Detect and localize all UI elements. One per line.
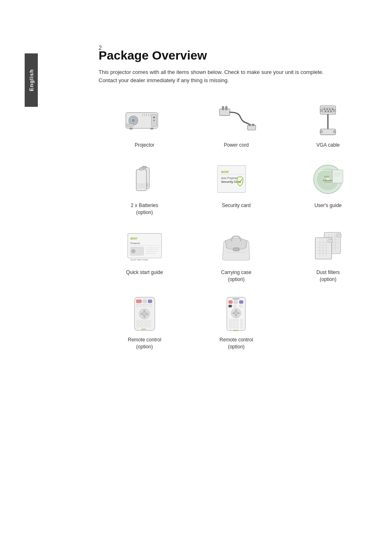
carrying-case-label: Carrying case(option) (221, 269, 251, 283)
vga-cable-image (303, 101, 353, 138)
sidebar-tab-label: English (28, 69, 35, 91)
svg-rect-20 (252, 124, 254, 126)
svg-rect-39 (139, 168, 143, 170)
remote1-label: Remote control(option) (128, 336, 161, 350)
svg-point-138 (233, 326, 235, 328)
svg-rect-15 (219, 109, 230, 115)
svg-text:acer: acer (141, 328, 146, 330)
svg-rect-13 (150, 128, 153, 130)
svg-point-11 (153, 120, 155, 121)
svg-point-10 (153, 117, 155, 118)
svg-text:acer: acer (233, 329, 238, 332)
vga-cable-label: VGA cable (316, 142, 340, 149)
svg-point-124 (234, 311, 238, 315)
remote2-image: acer (212, 295, 261, 332)
svg-point-109 (148, 320, 150, 323)
svg-point-23 (324, 109, 325, 110)
quick-start-image: acer Projector Quick Start Guide (120, 228, 169, 265)
description: This projector comes with all the items … (99, 68, 337, 84)
quick-start-label: Quick start guide (126, 269, 163, 276)
carrying-case-image (212, 228, 261, 265)
svg-point-27 (325, 111, 326, 112)
svg-point-111 (140, 324, 143, 327)
dust-filters-label: Dust filters(option) (316, 269, 340, 283)
item-projector: Projector (99, 97, 190, 157)
svg-rect-96 (148, 300, 152, 303)
svg-point-33 (320, 131, 323, 133)
svg-text:Acer Projector: Acer Projector (221, 177, 238, 180)
svg-point-31 (333, 109, 336, 112)
svg-rect-120 (229, 305, 232, 307)
svg-point-134 (233, 322, 235, 325)
svg-point-113 (148, 324, 150, 327)
svg-text:acer: acer (324, 175, 330, 178)
svg-point-112 (144, 324, 147, 327)
item-remote-2: acer Remote control(option) (190, 291, 282, 359)
svg-rect-55 (332, 170, 343, 183)
item-security-card: acer Acer Projector Security Card Securi… (190, 157, 282, 224)
svg-rect-97 (136, 304, 141, 306)
main-content: Package Overview This projector comes wi… (99, 48, 374, 359)
svg-rect-22 (322, 108, 334, 112)
page-title: Package Overview (99, 48, 374, 62)
item-batteries: 2 x Batteries(option) (99, 157, 190, 224)
svg-point-136 (240, 322, 243, 325)
security-card-image: acer Acer Projector Security Card (212, 161, 261, 198)
svg-rect-117 (229, 301, 233, 304)
remote2-label: Remote control(option) (219, 336, 253, 350)
svg-rect-12 (129, 128, 132, 130)
item-dust-filters: Dust filters(option) (282, 224, 374, 291)
svg-rect-74 (337, 234, 341, 237)
svg-point-34 (333, 131, 336, 133)
items-grid: Projector Power cord (99, 97, 374, 359)
item-quick-start: acer Projector Quick Start Guide Quick s… (99, 224, 190, 291)
svg-point-106 (136, 320, 139, 323)
svg-rect-118 (234, 301, 238, 304)
svg-rect-99 (148, 304, 152, 306)
svg-point-64 (131, 249, 135, 253)
svg-rect-17 (226, 106, 228, 110)
svg-rect-38 (136, 169, 146, 191)
svg-point-26 (332, 109, 333, 110)
svg-text:Security Card: Security Card (221, 180, 241, 184)
item-vga-cable: VGA cable (282, 97, 374, 157)
svg-rect-95 (143, 300, 147, 303)
item-power-cord: Power cord (190, 97, 282, 157)
svg-point-107 (140, 320, 143, 323)
svg-point-132 (240, 319, 243, 322)
svg-point-129 (229, 319, 232, 322)
svg-text:acer: acer (221, 170, 229, 174)
svg-rect-119 (240, 301, 243, 304)
svg-point-101 (142, 312, 147, 316)
item-carrying-case: Carrying case(option) (190, 224, 282, 291)
remote1-image: acer (120, 295, 169, 332)
svg-point-140 (240, 326, 243, 328)
svg-point-131 (236, 319, 238, 322)
svg-text:Reference: Reference (323, 179, 332, 182)
batteries-label: 2 x Batteries(option) (131, 202, 158, 216)
svg-point-25 (330, 109, 331, 110)
svg-rect-116 (233, 298, 239, 299)
svg-rect-16 (222, 106, 224, 110)
power-cord-label: Power cord (224, 142, 249, 149)
svg-rect-94 (136, 300, 141, 303)
users-guide-image: acer Reference (303, 161, 353, 198)
item-remote-1: acer Remote control(option) (99, 291, 190, 359)
svg-point-30 (320, 109, 323, 112)
svg-point-110 (136, 324, 139, 327)
svg-text:Quick Start Guide: Quick Start Guide (130, 258, 148, 261)
power-cord-image (212, 101, 261, 138)
item-users-guide: acer Reference User's guide (282, 157, 374, 224)
svg-point-130 (233, 319, 235, 322)
projector-image (120, 101, 169, 138)
svg-point-28 (328, 111, 329, 112)
svg-rect-19 (249, 124, 251, 126)
svg-point-3 (131, 119, 134, 122)
projector-label: Projector (135, 142, 154, 149)
svg-point-135 (236, 322, 238, 325)
svg-point-24 (327, 109, 328, 110)
svg-rect-84 (328, 239, 332, 242)
svg-rect-121 (233, 305, 236, 307)
svg-point-137 (229, 326, 232, 328)
svg-point-108 (144, 320, 147, 323)
